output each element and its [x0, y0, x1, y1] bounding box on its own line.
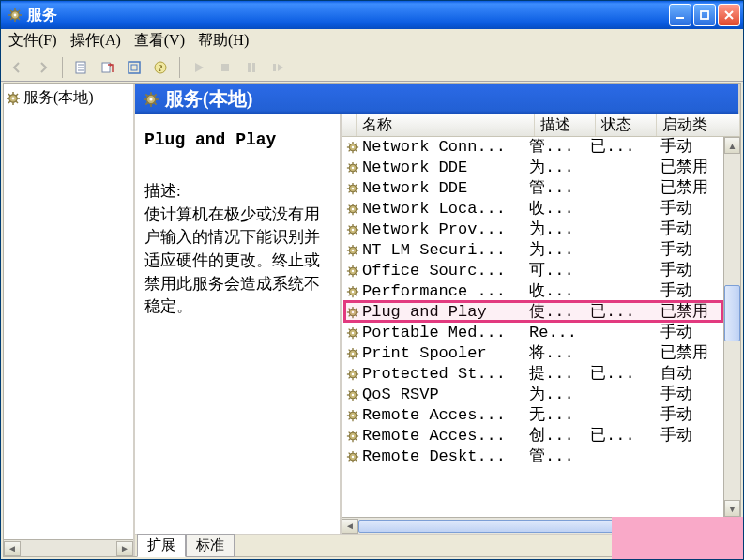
service-name: Network Loca... [362, 199, 529, 219]
titlebar[interactable]: 服务 [1, 1, 743, 29]
list-pane: 名称 描述 状态 启动类 Network Conn...管...已...手动Ne… [342, 114, 740, 534]
close-button[interactable] [718, 4, 740, 26]
col-startup[interactable]: 启动类 [657, 114, 740, 136]
services-window: 服务 文件(F) 操作(A) 查看(V) 帮助(H) [0, 0, 744, 560]
scroll-right-icon[interactable]: ► [116, 541, 133, 556]
service-row[interactable]: QoS RSVP为...手动 [342, 385, 740, 405]
export-button[interactable] [98, 57, 118, 78]
minimize-button[interactable] [669, 4, 691, 26]
service-row[interactable]: Plug and Play使...已...已禁用 [342, 302, 740, 323]
service-icon [343, 449, 362, 464]
service-row[interactable]: Network DDE 管...已禁用 [342, 178, 740, 199]
refresh-button[interactable] [124, 57, 144, 78]
service-icon [343, 387, 362, 402]
menu-file[interactable]: 文件(F) [8, 31, 57, 51]
tab-standard[interactable]: 标准 [186, 534, 235, 557]
service-desc: 提... [529, 364, 590, 385]
scroll-up-icon[interactable]: ▲ [724, 137, 740, 154]
menu-action[interactable]: 操作(A) [70, 31, 121, 51]
services-icon [6, 91, 21, 106]
toolbar: ? [1, 53, 743, 82]
service-status: 已... [590, 364, 660, 385]
service-name: Remote Acces... [362, 426, 529, 446]
banner-title: 服务(本地) [165, 86, 252, 112]
detail-desc: 使计算机在极少或没有用户输入的情况下能识别并适应硬件的更改。终止或禁用此服务会造… [144, 204, 332, 319]
service-name: Portable Med... [362, 323, 529, 343]
client-area: 服务(本地) ◄ ► 服务(本地) Plug and Play 描述: 使计算机… [3, 83, 741, 557]
back-icon [9, 60, 24, 75]
menubar: 文件(F) 操作(A) 查看(V) 帮助(H) [1, 29, 743, 53]
detail-desc-label: 描述: [144, 180, 332, 204]
col-desc[interactable]: 描述 [535, 114, 596, 136]
service-icon [343, 264, 362, 279]
service-desc: 为... [529, 158, 590, 178]
watermark-overlay [612, 517, 743, 559]
service-icon [343, 202, 362, 217]
service-name: Office Sourc... [362, 261, 529, 281]
service-name: Network Conn... [362, 137, 529, 158]
scroll-left-icon[interactable]: ◄ [4, 541, 21, 556]
service-row[interactable]: Portable Med...Re...手动 [342, 323, 740, 343]
svg-rect-23 [252, 63, 255, 72]
service-row[interactable]: Protected St...提...已...自动 [342, 364, 740, 385]
service-desc: 使... [529, 302, 590, 323]
column-header: 名称 描述 状态 启动类 [342, 114, 740, 137]
service-row[interactable]: Network Prov...为...手动 [342, 219, 740, 240]
vscroll-thumb[interactable] [724, 285, 740, 341]
scroll-left-icon[interactable]: ◄ [342, 519, 358, 534]
stop-icon [218, 60, 233, 75]
service-desc: 无... [529, 405, 590, 426]
service-desc: 收... [529, 281, 590, 302]
service-row[interactable]: Network Loca...收...手动 [342, 199, 740, 219]
scroll-down-icon[interactable]: ▼ [724, 500, 740, 517]
service-desc: 管... [529, 446, 590, 467]
service-row[interactable]: Remote Acces...无...手动 [342, 405, 740, 426]
service-row[interactable]: Network DDE为...已禁用 [342, 158, 740, 178]
restart-icon [270, 60, 285, 75]
service-icon [343, 140, 362, 155]
service-name: QoS RSVP [362, 385, 529, 405]
svg-rect-18 [131, 65, 137, 70]
service-row[interactable]: Remote Deskt...管... [342, 446, 740, 467]
help-icon: ? [153, 60, 168, 75]
list-body[interactable]: Network Conn...管...已...手动Network DDE为...… [342, 137, 740, 534]
services-icon [8, 8, 23, 23]
forward-button [33, 57, 53, 78]
menu-view[interactable]: 查看(V) [134, 31, 185, 51]
pane-banner: 服务(本地) [135, 84, 740, 114]
service-desc: 将... [529, 343, 590, 364]
menu-help[interactable]: 帮助(H) [198, 31, 249, 51]
service-row[interactable]: NT LM Securi...为...手动 [342, 240, 740, 261]
vscrollbar[interactable]: ▲ ▼ [723, 137, 740, 517]
service-icon [343, 408, 362, 423]
tree-hscrollbar[interactable]: ◄ ► [4, 539, 133, 556]
service-name: NT LM Securi... [362, 240, 529, 261]
service-row[interactable]: Print Spooler将...已禁用 [342, 343, 740, 364]
properties-button[interactable] [71, 57, 92, 78]
service-icon [343, 160, 362, 175]
tree-root-node[interactable]: 服务(本地) [4, 84, 133, 112]
service-name: Remote Deskt... [362, 446, 529, 467]
service-desc: 可... [529, 261, 590, 281]
play-icon [191, 60, 206, 75]
maximize-button[interactable] [693, 4, 716, 26]
service-icon [343, 346, 362, 361]
service-row[interactable]: Office Sourc...可...手动 [342, 261, 740, 281]
service-status: 已... [590, 302, 660, 323]
col-status[interactable]: 状态 [596, 114, 657, 136]
service-row[interactable]: Remote Acces...创...已...手动 [342, 426, 740, 446]
properties-icon [74, 60, 89, 75]
service-row[interactable]: Network Conn...管...已...手动 [342, 137, 740, 158]
tab-extended[interactable]: 扩展 [137, 534, 186, 557]
service-desc: Re... [529, 323, 590, 343]
window-title: 服务 [27, 6, 57, 25]
service-name: Network Prov... [362, 219, 529, 240]
svg-rect-22 [248, 63, 251, 72]
service-desc: 为... [529, 219, 590, 240]
help-button[interactable]: ? [150, 57, 171, 78]
service-row[interactable]: Performance ...收...手动 [342, 281, 740, 302]
col-name[interactable]: 名称 [357, 114, 535, 136]
service-status: 已... [590, 426, 660, 446]
service-name: Network DDE [362, 158, 529, 178]
service-desc: 创... [529, 426, 590, 446]
